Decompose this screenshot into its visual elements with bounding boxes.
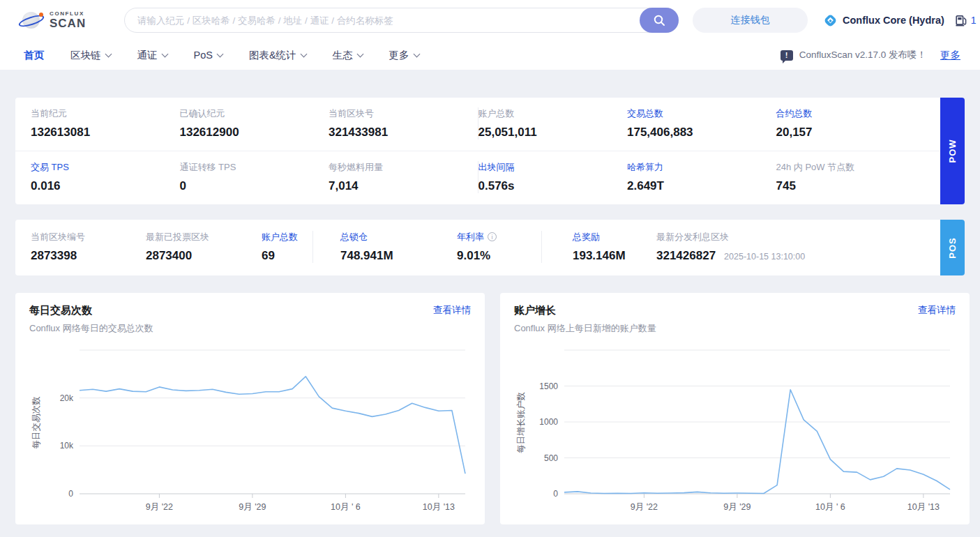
connect-wallet-button[interactable]: 连接钱包 <box>693 8 808 33</box>
stat-pos-current-block: 当前区块编号 2873398 <box>31 231 146 263</box>
notice-more-link[interactable]: 更多 <box>940 49 960 62</box>
search-input[interactable] <box>124 8 679 33</box>
chart-subtitle: Conflux 网络上每日新增的账户数量 <box>514 322 656 335</box>
stat-pos-total-rewards: 总奖励 193.146M <box>541 231 656 263</box>
svg-text:0: 0 <box>68 489 73 499</box>
svg-text:500: 500 <box>544 453 558 463</box>
planet-logo-icon <box>20 10 43 31</box>
logo-text-bottom: SCAN <box>50 17 86 29</box>
conflux-network-icon <box>823 13 838 28</box>
chart-subtitle: Conflux 网络每日的交易总次数 <box>29 322 153 335</box>
stat-gas-used-per-second: 每秒燃料用量 7,014 <box>329 161 478 193</box>
svg-text:10月 '13: 10月 '13 <box>423 502 455 512</box>
svg-text:1500: 1500 <box>539 381 558 391</box>
pow-stats-panel: 当前纪元 132613081 已确认纪元 132612900 当前区块号 321… <box>15 98 965 204</box>
nav-item-blockchain[interactable]: 区块链 <box>70 49 111 62</box>
chart-title: 每日交易次数 <box>29 304 153 317</box>
svg-text:10k: 10k <box>60 441 74 451</box>
svg-text:1000: 1000 <box>539 417 558 427</box>
daily-transactions-chart: 每日交易次数 010k20k9月 '229月 '2910月 ' 610月 '13 <box>29 345 471 520</box>
stat-pos-apy: 年利率i 9.01% <box>457 231 541 263</box>
main-nav: 首页 区块链 通证 PoS 图表&统计 生态 <box>24 49 419 62</box>
nav-item-home[interactable]: 首页 <box>24 49 44 62</box>
view-details-link[interactable]: 查看详情 <box>918 304 956 317</box>
chevron-down-icon <box>300 51 307 58</box>
search-button[interactable] <box>640 8 679 33</box>
release-notice: ! ConfluxScan v2.17.0 发布喽！ 更多 <box>781 49 960 62</box>
pos-stats-row: 当前区块编号 2873398 最新已投票区块 2873400 账户总数 69 总… <box>15 220 940 275</box>
svg-text:9月 '22: 9月 '22 <box>631 502 658 512</box>
nav-item-pos[interactable]: PoS <box>194 49 223 62</box>
gas-tracker[interactable]: 1 Gdrip <box>956 15 980 27</box>
stat-current-block-number: 当前区块号 321433981 <box>329 107 478 139</box>
network-label: Conflux Core (Hydra) <box>843 15 944 26</box>
stat-pos-total-accounts: 账户总数 69 <box>262 231 312 263</box>
interest-block-timestamp: 2025-10-15 13:10:00 <box>724 252 805 262</box>
chevron-down-icon <box>161 51 168 58</box>
y-axis-label: 每日交易次数 <box>31 396 41 449</box>
confluxscan-logo[interactable]: CONFLUX SCAN <box>20 10 116 31</box>
pow-tab[interactable]: POW <box>940 98 965 204</box>
stat-hashrate: 哈希算力 2.649T <box>627 161 776 193</box>
logo-text-top: CONFLUX <box>50 11 86 17</box>
notice-message: ConfluxScan v2.17.0 发布喽！ <box>799 49 926 61</box>
search-box <box>124 8 679 33</box>
svg-text:10月 ' 6: 10月 ' 6 <box>815 502 845 512</box>
svg-text:10月 '13: 10月 '13 <box>907 502 940 512</box>
svg-text:20k: 20k <box>60 393 74 403</box>
chevron-down-icon <box>413 51 420 58</box>
network-selector[interactable]: Conflux Core (Hydra) <box>823 13 944 28</box>
stat-token-transfer-tps: 通证转移 TPS 0 <box>180 161 329 193</box>
chart-card-account-growth: 账户增长 Conflux 网络上每日新增的账户数量 查看详情 每日增长账户数 0… <box>500 293 970 524</box>
nav-item-more[interactable]: 更多 <box>389 49 419 62</box>
stat-total-transactions: 交易总数 175,406,883 <box>627 107 776 139</box>
y-axis-label: 每日增长账户数 <box>516 392 526 453</box>
charts-row: 每日交易次数 Conflux 网络每日的交易总次数 查看详情 每日交易次数 01… <box>15 293 965 524</box>
stat-current-epoch: 当前纪元 132613081 <box>31 107 180 139</box>
stat-pow-nodes-24h: 24h 内 PoW 节点数 745 <box>776 161 926 193</box>
svg-text:0: 0 <box>553 489 558 499</box>
top-bar: CONFLUX SCAN 连接钱包 Conflux Core (Hydra) <box>0 0 980 70</box>
chevron-down-icon <box>356 51 363 58</box>
gas-pump-icon <box>956 15 967 27</box>
view-details-link[interactable]: 查看详情 <box>433 304 471 317</box>
chart-title: 账户增长 <box>514 304 656 317</box>
announcement-icon: ! <box>781 50 793 61</box>
nav-row: 首页 区块链 通证 PoS 图表&统计 生态 <box>0 40 980 70</box>
pow-stats-row-2: 交易 TPS 0.016 通证转移 TPS 0 每秒燃料用量 7,014 出块间… <box>15 151 940 204</box>
gas-price-value: 1 <box>971 15 977 26</box>
stat-block-interval: 出块间隔 0.576s <box>478 161 628 193</box>
pos-stats-panel: 当前区块编号 2873398 最新已投票区块 2873400 账户总数 69 总… <box>15 220 965 275</box>
nav-item-tokens[interactable]: 通证 <box>137 49 167 62</box>
svg-text:10月 ' 6: 10月 ' 6 <box>331 502 361 512</box>
svg-text:9月 '22: 9月 '22 <box>146 502 173 512</box>
dashboard: 当前纪元 132613081 已确认纪元 132612900 当前区块号 321… <box>0 70 980 524</box>
stat-pos-latest-voted-block: 最新已投票区块 2873400 <box>146 231 262 263</box>
stat-confirmed-epoch: 已确认纪元 132612900 <box>180 107 329 139</box>
nav-item-ecosystem[interactable]: 生态 <box>333 49 363 62</box>
stat-pos-total-locked: 总锁仓 748.941M <box>312 231 457 263</box>
chevron-down-icon <box>105 51 112 58</box>
account-growth-chart: 每日增长账户数 0500100015009月 '229月 '2910月 ' 61… <box>514 345 956 520</box>
info-icon[interactable]: i <box>488 232 497 241</box>
stat-total-accounts: 账户总数 25,051,011 <box>478 107 628 139</box>
nav-item-charts-stats[interactable]: 图表&统计 <box>249 49 306 62</box>
pos-tab[interactable]: POS <box>940 220 965 275</box>
stat-pos-latest-interest-block: 最新分发利息区块 321426827 2025-10-15 13:10:00 <box>656 231 805 263</box>
svg-text:9月 '29: 9月 '29 <box>723 502 751 512</box>
stat-total-contracts: 合约总数 20,157 <box>776 107 926 139</box>
chart-card-daily-transactions: 每日交易次数 Conflux 网络每日的交易总次数 查看详情 每日交易次数 01… <box>15 293 485 524</box>
stat-transaction-tps: 交易 TPS 0.016 <box>31 161 180 193</box>
chevron-down-icon <box>216 51 223 58</box>
pow-stats-row-1: 当前纪元 132613081 已确认纪元 132612900 当前区块号 321… <box>15 98 940 151</box>
svg-text:9月 '29: 9月 '29 <box>239 502 266 512</box>
search-icon <box>653 14 666 27</box>
header-row: CONFLUX SCAN 连接钱包 Conflux Core (Hydra) <box>0 0 980 40</box>
